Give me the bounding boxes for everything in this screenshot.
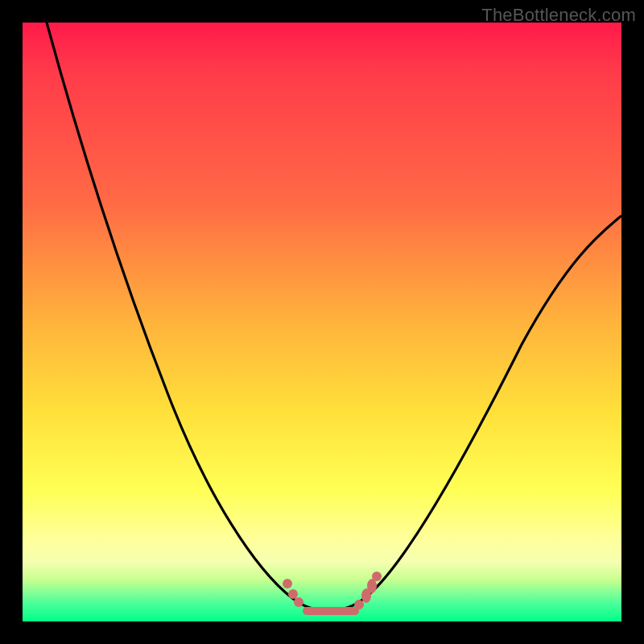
watermark-text: TheBottleneck.com xyxy=(481,5,636,26)
curve-layer xyxy=(23,23,621,621)
marker-segment xyxy=(303,607,359,615)
main-curve xyxy=(47,23,621,610)
marker-dot xyxy=(354,600,364,609)
plot-area xyxy=(23,23,621,621)
marker-dot xyxy=(283,579,292,588)
marker-dot xyxy=(288,589,298,599)
marker-group xyxy=(283,572,382,615)
marker-dot xyxy=(372,572,382,581)
marker-dot xyxy=(294,597,303,607)
chart-frame: TheBottleneck.com xyxy=(0,0,644,644)
